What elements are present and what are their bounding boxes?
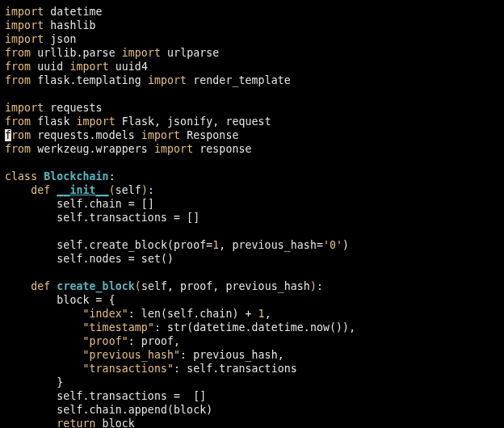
token-kw: class (5, 170, 37, 183)
token-pun: : (317, 280, 323, 292)
token-pun (252, 308, 258, 320)
token-str: "transactions" (82, 363, 174, 375)
token-mod: hashlib (50, 19, 95, 31)
token-str: "timestamp" (82, 321, 153, 334)
token-dund: __init__ (57, 184, 108, 196)
token-mod: response (200, 143, 251, 155)
token-pun: : proof, (128, 335, 180, 347)
token-pun: [] (135, 198, 154, 210)
code-line: def create_block(self, proof, previous_h… (5, 280, 323, 292)
token-pun: () (161, 253, 174, 265)
code-line: "index": len(self.chain) + 1, (5, 308, 271, 320)
token-pun: self.chain.append(block) (5, 404, 212, 416)
token-mod: Flask, jsonify, request (122, 115, 271, 128)
token-kw: from (5, 143, 31, 155)
code-line: self.transactions = [] (5, 390, 206, 402)
code-line: from urllib.parse import urlparse (5, 47, 219, 59)
token-kw: import (76, 115, 115, 128)
code-line: self.create_block(proof=1, previous_hash… (5, 239, 349, 251)
token-mod: requests.models (37, 129, 135, 141)
code-line: from werkzeug.wrappers import response (5, 143, 252, 155)
code-line: import requests (5, 102, 103, 114)
token-kw: import (148, 74, 187, 86)
token-par: ( (109, 184, 116, 196)
token-kw: rom (11, 129, 31, 141)
token-pun (31, 129, 37, 141)
code-line: self.transactions = [] (5, 212, 200, 224)
token-num: 1 (258, 308, 265, 320)
token-pun: , previous_hash (219, 239, 317, 251)
token-mod: set (141, 253, 161, 265)
code-line: block = { (5, 294, 116, 306)
token-pun (180, 129, 187, 141)
code-line: self.nodes = set() (5, 253, 174, 265)
token-par: ) (310, 280, 317, 292)
code-line: return block (5, 418, 135, 428)
token-mod: datetime (50, 6, 102, 18)
code-line: from flask import Flask, jsonify, reques… (5, 115, 271, 128)
token-pun (5, 308, 82, 320)
token-str: "proof" (82, 335, 128, 347)
token-pun: = (174, 212, 180, 224)
token-mod: werkzeug.wrappers (37, 143, 148, 155)
token-mod: requests (50, 102, 102, 114)
token-pun: self.chain (5, 198, 128, 210)
token-str: '0' (323, 239, 342, 251)
token-defn: Blockchain (44, 170, 108, 183)
token-kw: from (5, 61, 31, 73)
token-pun: ) (342, 239, 349, 251)
token-pun (5, 335, 82, 347)
token-pun: = (317, 239, 323, 251)
token-pun: = (96, 294, 103, 306)
token-pun: [] (180, 390, 206, 402)
code-line: import json (5, 33, 76, 45)
token-cursor: f (5, 129, 11, 141)
token-kw: import (5, 33, 44, 45)
token-pun: : previous_hash, (180, 349, 284, 361)
token-kw: from (5, 74, 31, 86)
token-kw: import (141, 129, 180, 141)
token-kw: from (5, 115, 31, 128)
token-mod: self (116, 184, 141, 196)
token-str: "previous_hash" (82, 349, 180, 361)
token-kw: return (57, 418, 95, 428)
token-pun: : self.transactions (174, 363, 297, 375)
token-pun (116, 47, 122, 59)
token-mod: render_template (193, 74, 291, 86)
code-line: import datetime (5, 6, 103, 18)
token-pun: = (128, 253, 135, 265)
token-str: "index" (82, 308, 128, 320)
token-pun (5, 280, 31, 292)
token-pun: self.transactions (5, 390, 174, 402)
token-func: create_block (57, 280, 134, 292)
code-line: class Blockchain: (5, 170, 116, 183)
code-line: self.chain.append(block) (5, 404, 212, 416)
token-mod: str (167, 321, 187, 334)
token-pun: } (5, 376, 63, 388)
token-pun (5, 349, 82, 361)
token-pun: self.create_block(proof (5, 239, 206, 251)
code-line: def __init__(self): (5, 184, 154, 196)
token-kw: import (69, 61, 108, 73)
token-kw: import (5, 19, 44, 31)
token-kw: import (5, 102, 44, 114)
token-mod: uuid4 (116, 61, 148, 73)
token-mod: flask.templating (37, 74, 141, 86)
token-pun: : (128, 308, 141, 320)
token-pun: block (96, 418, 135, 428)
token-mod: len (141, 308, 161, 320)
token-kw: def (31, 280, 50, 292)
token-par: ) (141, 184, 148, 196)
token-pun (116, 115, 122, 128)
token-pun (161, 47, 167, 59)
token-kw: from (5, 47, 31, 59)
code-line: "previous_hash": previous_hash, (5, 349, 284, 361)
token-pun (135, 129, 141, 141)
token-pun: : (109, 170, 116, 183)
token-pun: : (154, 321, 167, 334)
code-line: import hashlib (5, 19, 96, 31)
code-editor[interactable]: import datetime import hashlib import js… (0, 0, 504, 428)
code-line: from uuid import uuid4 (5, 61, 148, 73)
token-pun: self.transactions (5, 212, 174, 224)
token-pun: : (148, 184, 154, 196)
